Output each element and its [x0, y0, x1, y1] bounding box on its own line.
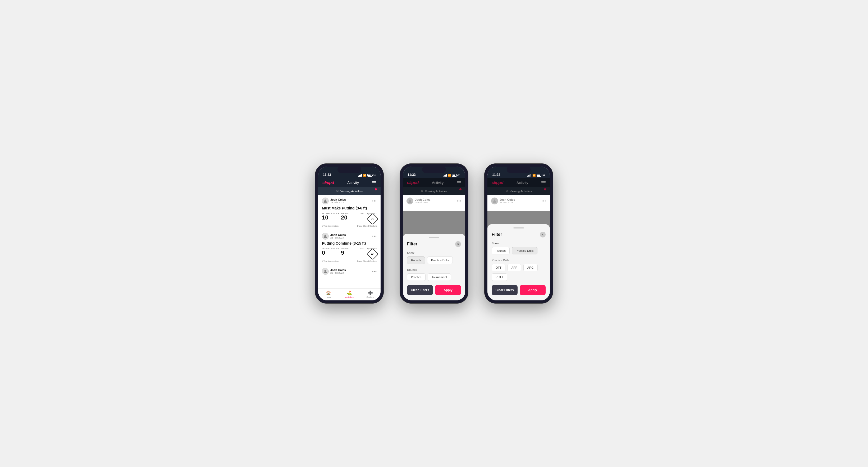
show-buttons-2: Rounds Practice Drills — [407, 256, 461, 264]
filter-icon-1: ⚙ — [336, 189, 339, 193]
wifi-icon-3: 📶 — [532, 174, 535, 177]
more-dots-3[interactable]: ••• — [372, 269, 377, 274]
data-info-2: Data: Clippd Capture — [357, 260, 377, 262]
card-footer-1: ℹ Test Information Data: Clippd Capture — [322, 225, 377, 227]
sq-badge-2: 45 — [367, 248, 378, 260]
apply-btn-3[interactable]: Apply — [520, 285, 546, 295]
filter-header-2: Filter ✕ — [407, 241, 461, 247]
out-of-2: OUT OF — [331, 248, 339, 250]
score-value-2: 0 — [322, 249, 325, 256]
svg-point-2 — [324, 270, 326, 271]
activity-card-3: Josh Coles 28 Feb 2023 ••• — [318, 265, 380, 279]
tournament-btn-2[interactable]: Tournament — [428, 274, 451, 281]
hamburger-1[interactable] — [372, 181, 376, 184]
bg-content-3: Josh Coles 28 Feb 2023 ••• — [488, 195, 550, 211]
sheet-handle-2 — [429, 237, 439, 238]
signal-bars-3 — [527, 174, 531, 177]
ott-btn-3[interactable]: OTT — [492, 264, 505, 271]
clear-filters-btn-2[interactable]: Clear Filters — [407, 285, 433, 295]
stats-row-1: Score 10 OUT OF Shots 20 Shot Quality 75 — [322, 212, 377, 223]
close-btn-2[interactable]: ✕ — [455, 241, 461, 247]
signal-bar-4 — [361, 174, 362, 177]
avatar-1 — [322, 197, 329, 205]
app-btn-3[interactable]: APP — [507, 264, 521, 271]
user-name-3: Josh Coles — [330, 269, 346, 272]
status-icons-1: 📶 31 — [358, 174, 376, 177]
signal-bar-2 — [359, 175, 360, 177]
hamburger-2[interactable] — [457, 181, 461, 184]
viewing-dot-1 — [375, 188, 377, 190]
show-buttons-3: Rounds Practice Drills — [492, 247, 546, 254]
score-value-1: 10 — [322, 214, 328, 221]
show-label-3: Show — [492, 242, 546, 245]
user-info-2: Josh Coles 28 Feb 2023 — [322, 233, 346, 240]
nav-bar-2: clippd Activity — [403, 178, 465, 187]
test-info-2: ℹ Test Information — [322, 260, 339, 262]
time-1: 11:33 — [323, 173, 331, 177]
logo-3: clippd — [492, 180, 503, 185]
more-dots-2[interactable]: ••• — [372, 234, 377, 238]
home-icon-1: 🏠 — [326, 290, 331, 295]
viewing-dot-3 — [544, 188, 546, 190]
wifi-icon-2: 📶 — [448, 174, 451, 177]
viewing-bar-text-3: Viewing Activities — [509, 190, 532, 193]
close-btn-3[interactable]: ✕ — [540, 232, 546, 238]
apply-btn-2[interactable]: Apply — [435, 285, 461, 295]
svg-point-1 — [324, 235, 326, 236]
nav-activities-1[interactable]: ⛳ Activities — [339, 290, 360, 298]
activity-card-2: Josh Coles 28 Feb 2023 ••• Putting Combi… — [318, 230, 380, 265]
drills-section-label-3: Practice Drills — [492, 259, 546, 262]
avatar-3 — [322, 268, 329, 275]
sq-label-1: Shot Quality — [361, 212, 377, 215]
capture-label-1: Capture — [366, 296, 374, 298]
clear-filters-btn-3[interactable]: Clear Filters — [492, 285, 518, 295]
home-label-1: Home — [326, 296, 331, 298]
svg-point-0 — [324, 199, 326, 201]
viewing-dot-2 — [459, 188, 462, 190]
hamburger-3[interactable] — [541, 181, 546, 184]
activities-label-1: Activities — [345, 296, 353, 298]
practice-rounds-btn-2[interactable]: Practice — [407, 274, 426, 281]
shots-value-1: 20 — [341, 214, 347, 221]
filter-overlay-2: Filter ✕ Show Rounds Practice Drills Rou… — [403, 211, 465, 301]
nav-home-1[interactable]: 🏠 Home — [318, 290, 339, 298]
filter-title-3: Filter — [492, 232, 502, 237]
practice-drills-show-btn-3[interactable]: Practice Drills — [512, 247, 537, 254]
user-name-1: Josh Coles — [330, 198, 346, 201]
putt-btn-3[interactable]: PUTT — [492, 274, 507, 281]
dynamic-island-2 — [422, 166, 446, 173]
viewing-bar-1[interactable]: ⚙ Viewing Activities — [318, 187, 380, 195]
drills-buttons-3: OTT APP ARG PUTT — [492, 264, 546, 281]
sheet-handle-3 — [513, 227, 524, 228]
signal-bars-2 — [443, 174, 447, 177]
arg-btn-3[interactable]: ARG — [523, 264, 538, 271]
rounds-show-btn-2[interactable]: Rounds — [407, 256, 425, 264]
phone-2: 11:33 📶 31 clippd — [400, 163, 468, 304]
sq-value-2: 45 — [371, 253, 374, 256]
user-info-1: Josh Coles 28 Feb 2023 — [322, 197, 346, 205]
phone-1: 11:33 📶 31 clippd — [315, 163, 384, 304]
viewing-bar-3: ⚙ Viewing Activities — [488, 187, 550, 195]
more-dots-1[interactable]: ••• — [372, 199, 377, 203]
user-date-2: 28 Feb 2023 — [330, 237, 346, 239]
bottom-nav-1: 🏠 Home ⛳ Activities ➕ Capture — [318, 288, 380, 301]
test-info-1: ℹ Test Information — [322, 225, 339, 227]
svg-point-4 — [494, 199, 495, 201]
viewing-bar-2: ⚙ Viewing Activities — [403, 187, 465, 195]
filter-icon-2: ⚙ — [421, 189, 424, 193]
practice-drills-show-btn-2[interactable]: Practice Drills — [427, 256, 453, 264]
user-name-2: Josh Coles — [330, 233, 346, 237]
battery-level-2: 31 — [458, 174, 460, 177]
show-label-2: Show — [407, 251, 461, 254]
nav-capture-1[interactable]: ➕ Capture — [360, 290, 380, 298]
viewing-bar-text-1: Viewing Activities — [340, 190, 363, 193]
dynamic-island-3 — [507, 166, 530, 173]
signal-bars-1 — [358, 174, 362, 177]
battery-icon-2 — [452, 174, 457, 177]
filter-icon-3: ⚙ — [505, 189, 508, 193]
rounds-show-btn-3[interactable]: Rounds — [492, 247, 509, 254]
logo-2: clippd — [407, 180, 418, 185]
signal-bar-3 — [360, 175, 361, 177]
avatar-2 — [322, 233, 329, 240]
sq-label-2: Shot Quality — [361, 248, 377, 250]
